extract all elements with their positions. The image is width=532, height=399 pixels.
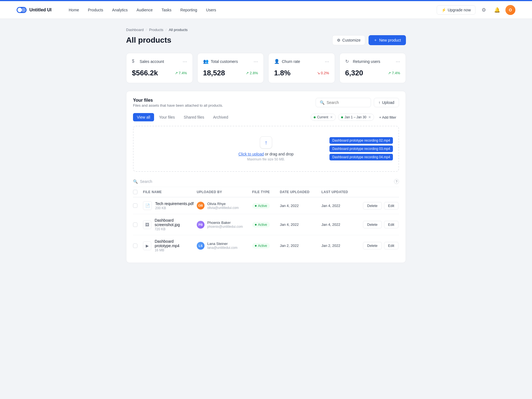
- tab-archived[interactable]: Archived: [209, 113, 232, 121]
- stat-value-sales: $566.2k: [132, 69, 158, 77]
- breadcrumb-dashboard[interactable]: Dashboard: [126, 28, 144, 32]
- nav-users[interactable]: Users: [202, 6, 220, 14]
- nav-actions: ⚡ Upgrade now ⚙ 🔔 O: [437, 5, 515, 15]
- nav-logo[interactable]: Untitled UI: [17, 7, 52, 13]
- upload-zone[interactable]: ↑ Click to upload or drag and drop Maxim…: [133, 126, 399, 172]
- pdf-icon: 📄: [143, 201, 152, 210]
- row1-uploader-name: Olivia Rhye: [207, 202, 239, 206]
- stat-change-churn: ↘ 0.2%: [317, 71, 329, 75]
- nav-home[interactable]: Home: [65, 6, 83, 14]
- row3-last-updated: Jan 2, 2022: [321, 244, 363, 248]
- customize-button[interactable]: ⚙ Customize: [332, 35, 365, 45]
- row2-date-uploaded: Jan 4, 2022: [280, 222, 321, 227]
- filter-area: Current ✕ Jan 1 – Jan 30 ✕ + Add filter: [311, 114, 399, 121]
- select-all-checkbox[interactable]: [133, 190, 137, 194]
- stats-grid: $ Sales account ⋯ $566.2k ↗ 7.4% 👥 Total…: [126, 53, 406, 83]
- filter-current-label: Current: [317, 115, 328, 119]
- row3-actions: Delete Edit: [363, 242, 399, 249]
- table-row: ▶ Dashboard prototype.mp4 16 MB LS Lana …: [133, 235, 399, 256]
- table-search: 🔍 Search: [133, 179, 152, 184]
- row2-checkbox[interactable]: [133, 222, 143, 227]
- add-filter-button[interactable]: + Add filter: [376, 114, 399, 121]
- row1-filename: Tech requirements.pdf: [155, 201, 194, 206]
- filter-current[interactable]: Current ✕: [311, 114, 336, 121]
- filter-date[interactable]: Jan 1 – Jan 30 ✕: [338, 114, 374, 121]
- row3-file: ▶ Dashboard prototype.mp4 16 MB: [143, 239, 197, 252]
- row1-uploader: OR Olivia Rhye olivia@untitledui.com: [197, 202, 252, 210]
- tab-your-files[interactable]: Your files: [155, 113, 179, 121]
- dollar-icon: $: [132, 59, 137, 64]
- status-dot-row2: [255, 224, 257, 226]
- refresh-icon: ↻: [345, 59, 351, 64]
- filter-current-close[interactable]: ✕: [330, 115, 333, 119]
- files-search-wrapper[interactable]: 🔍: [316, 98, 371, 107]
- col-file-type: File type: [252, 190, 280, 194]
- click-to-upload-link[interactable]: Click to upload: [238, 152, 264, 156]
- row2-uploader: PB Phoenix Baker phoenix@untitledui.com: [197, 221, 252, 229]
- row1-edit-button[interactable]: Edit: [384, 202, 398, 209]
- img-icon: 🖼: [143, 220, 151, 229]
- upload-button[interactable]: ↑ Upload: [374, 98, 399, 107]
- row3-uploader-email: lana@untitledui.com: [207, 246, 237, 250]
- stat-label-churn: Churn rate: [282, 59, 300, 64]
- tab-shared-files[interactable]: Shared files: [180, 113, 208, 121]
- files-search-input[interactable]: [327, 100, 367, 105]
- col-last-updated: Last updated: [321, 190, 363, 194]
- logo-icon: [17, 7, 27, 13]
- video-icon: ▶: [143, 241, 151, 250]
- bell-icon[interactable]: 🔔: [492, 5, 502, 15]
- upgrade-button[interactable]: ⚡ Upgrade now: [437, 5, 475, 15]
- tab-view-all[interactable]: View all: [133, 113, 154, 121]
- page-header: All products ⚙ Customize ＋ New product: [126, 35, 406, 45]
- nav-products[interactable]: Products: [84, 6, 107, 14]
- row3-uploader-name: Lana Steiner: [207, 242, 237, 246]
- nav-audience[interactable]: Audience: [133, 6, 157, 14]
- stat-more-returning[interactable]: ⋯: [396, 59, 400, 64]
- nav-analytics[interactable]: Analytics: [108, 6, 132, 14]
- help-icon[interactable]: ?: [394, 179, 399, 184]
- stat-change-customers: ↗ 2.8%: [246, 71, 258, 75]
- row3-uploader: LS Lana Steiner lana@untitledui.com: [197, 242, 252, 250]
- row1-delete-button[interactable]: Delete: [363, 202, 382, 209]
- breadcrumb-sep-2: /: [166, 28, 167, 32]
- table-search-icon: 🔍: [133, 179, 138, 184]
- avatar[interactable]: O: [505, 5, 515, 15]
- stat-change-sales: ↗ 7.4%: [175, 71, 187, 75]
- stat-value-customers: 18,528: [203, 69, 225, 77]
- row2-delete-button[interactable]: Delete: [363, 221, 382, 228]
- search-icon: 🔍: [320, 100, 324, 105]
- page-title: All products: [126, 36, 171, 45]
- row3-checkbox[interactable]: [133, 244, 143, 248]
- new-product-button[interactable]: ＋ New product: [369, 35, 406, 45]
- row3-edit-button[interactable]: Edit: [384, 242, 398, 249]
- settings-icon[interactable]: ⚙: [479, 5, 489, 15]
- status-dot-row1: [255, 205, 257, 207]
- row3-delete-button[interactable]: Delete: [363, 242, 382, 249]
- col-checkbox: [133, 190, 143, 194]
- customize-icon: ⚙: [337, 38, 341, 42]
- files-title: Your files: [133, 98, 223, 103]
- col-filename: File name: [143, 190, 197, 194]
- nav-tasks[interactable]: Tasks: [158, 6, 175, 14]
- row1-checkbox[interactable]: [133, 203, 143, 208]
- filter-date-close[interactable]: ✕: [368, 115, 371, 119]
- stat-more-churn[interactable]: ⋯: [325, 59, 329, 64]
- churn-icon: 👤: [274, 59, 280, 64]
- files-section: Your files Files and assets that have be…: [126, 91, 406, 263]
- stat-more-sales[interactable]: ⋯: [183, 59, 187, 64]
- filter-dot-date: [341, 116, 343, 118]
- row2-edit-button[interactable]: Edit: [384, 221, 398, 228]
- brand-name: Untitled UI: [29, 7, 52, 12]
- nav-reporting[interactable]: Reporting: [177, 6, 201, 14]
- stat-more-customers[interactable]: ⋯: [254, 59, 258, 64]
- arrow-up-icon-3: ↗: [388, 71, 391, 75]
- col-date-uploaded: Date uploaded: [280, 190, 321, 194]
- upgrade-icon: ⚡: [441, 8, 446, 12]
- breadcrumb-products[interactable]: Products: [149, 28, 163, 32]
- table-row: 🖼 Dashboard screenshot.jpg 720 KB PB Pho…: [133, 214, 399, 235]
- row1-filesize: 200 KB: [155, 206, 194, 210]
- row2-filename: Dashboard screenshot.jpg: [155, 218, 197, 227]
- upgrade-label: Upgrade now: [448, 8, 471, 12]
- files-tabs: View all Your files Shared files Archive…: [133, 113, 232, 121]
- arrow-up-icon: ↗: [175, 71, 178, 75]
